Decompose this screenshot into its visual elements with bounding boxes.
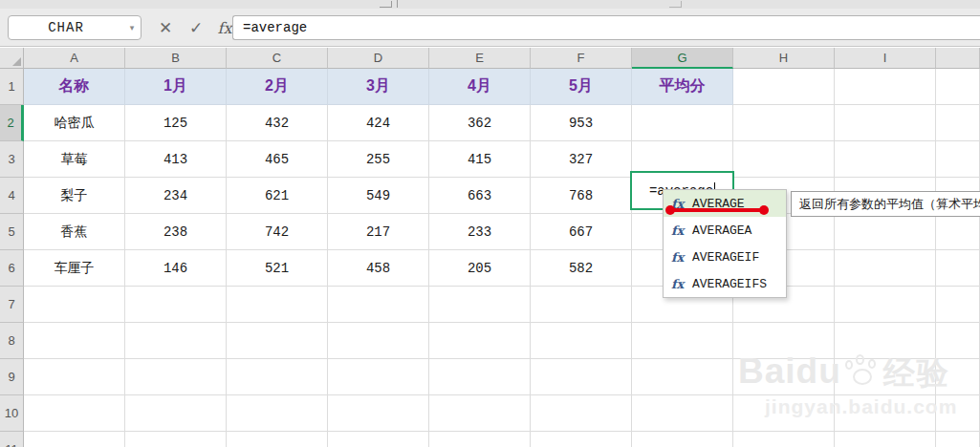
cell-F10[interactable] xyxy=(531,395,632,432)
cell-B2[interactable]: 125 xyxy=(125,105,227,141)
cell-J10[interactable] xyxy=(936,395,980,432)
cell-B1[interactable]: 1月 xyxy=(125,69,227,105)
cell-I9[interactable] xyxy=(835,359,936,395)
cell-E3[interactable]: 415 xyxy=(429,141,531,178)
cell-J3[interactable] xyxy=(936,141,980,178)
cell-E5[interactable]: 233 xyxy=(429,214,531,250)
cell-B8[interactable] xyxy=(125,323,227,359)
cell-J2[interactable] xyxy=(936,105,980,141)
cell-A1[interactable]: 名称 xyxy=(24,69,125,105)
cell-F11[interactable] xyxy=(531,432,632,447)
row-header-4[interactable]: 4 xyxy=(0,178,24,214)
cell-A10[interactable] xyxy=(24,395,125,432)
cell-D5[interactable]: 217 xyxy=(328,214,429,250)
cell-A2[interactable]: 哈密瓜 xyxy=(24,105,125,141)
cell-F4[interactable]: 768 xyxy=(531,178,632,214)
cell-B4[interactable]: 234 xyxy=(125,178,227,214)
row-header-3[interactable]: 3 xyxy=(0,141,24,178)
name-box[interactable]: CHAR ▾ xyxy=(8,15,142,40)
autocomplete-item-averageif[interactable]: fxAVERAGEIF xyxy=(664,244,786,270)
cell-C3[interactable]: 465 xyxy=(227,141,328,178)
cell-C8[interactable] xyxy=(227,323,328,359)
row-header-6[interactable]: 6 xyxy=(0,250,24,287)
cell-H3[interactable] xyxy=(733,141,835,178)
column-header-C[interactable]: C xyxy=(227,48,328,69)
cell-G2[interactable] xyxy=(632,105,733,141)
column-header-B[interactable]: B xyxy=(125,48,227,69)
row-header-7[interactable]: 7 xyxy=(0,287,24,323)
cell-B3[interactable]: 413 xyxy=(125,141,227,178)
cell-C9[interactable] xyxy=(227,359,328,395)
column-header-A[interactable]: A xyxy=(24,48,125,69)
cell-E9[interactable] xyxy=(429,359,531,395)
cell-E11[interactable] xyxy=(429,432,531,447)
cell-E8[interactable] xyxy=(429,323,531,359)
cell-C7[interactable] xyxy=(227,287,328,323)
cell-H2[interactable] xyxy=(733,105,835,141)
autocomplete-item-average[interactable]: fxAVERAGE xyxy=(664,190,786,217)
row-header-8[interactable]: 8 xyxy=(0,323,24,359)
cell-A3[interactable]: 草莓 xyxy=(24,141,125,178)
cell-G11[interactable] xyxy=(632,432,733,447)
cell-D11[interactable] xyxy=(328,432,429,447)
cell-J9[interactable] xyxy=(936,359,980,395)
cell-C5[interactable]: 742 xyxy=(227,214,328,250)
chevron-down-icon[interactable]: ▾ xyxy=(123,23,141,32)
cell-A8[interactable] xyxy=(24,323,125,359)
row-header-5[interactable]: 5 xyxy=(0,214,24,250)
formula-input[interactable]: =average xyxy=(232,15,980,40)
column-header-E[interactable]: E xyxy=(429,48,531,69)
column-header-D[interactable]: D xyxy=(328,48,429,69)
autocomplete-item-averageifs[interactable]: fxAVERAGEIFS xyxy=(664,270,786,297)
column-header-F[interactable]: F xyxy=(531,48,632,69)
cell-J7[interactable] xyxy=(936,287,980,323)
row-header-1[interactable]: 1 xyxy=(0,69,24,105)
cell-F1[interactable]: 5月 xyxy=(531,69,632,105)
cell-J1[interactable] xyxy=(936,69,980,105)
cell-E4[interactable]: 663 xyxy=(429,178,531,214)
cell-F3[interactable]: 327 xyxy=(531,141,632,178)
cell-H8[interactable] xyxy=(733,323,835,359)
cell-A4[interactable]: 梨子 xyxy=(24,178,125,214)
cell-B5[interactable]: 238 xyxy=(125,214,227,250)
cell-E6[interactable]: 205 xyxy=(429,250,531,287)
cell-E10[interactable] xyxy=(429,395,531,432)
cell-C2[interactable]: 432 xyxy=(227,105,328,141)
cancel-icon[interactable]: ✕ xyxy=(153,15,178,40)
cell-D2[interactable]: 424 xyxy=(328,105,429,141)
cell-D9[interactable] xyxy=(328,359,429,395)
cell-F2[interactable]: 953 xyxy=(531,105,632,141)
cell-D8[interactable] xyxy=(328,323,429,359)
autocomplete-item-averagea[interactable]: fxAVERAGEA xyxy=(664,217,786,244)
cell-D3[interactable]: 255 xyxy=(328,141,429,178)
cell-J8[interactable] xyxy=(936,323,980,359)
column-header-H[interactable]: H xyxy=(733,48,835,69)
cell-H11[interactable] xyxy=(733,432,835,447)
cell-B10[interactable] xyxy=(125,395,227,432)
cell-I11[interactable] xyxy=(835,432,936,447)
cell-C10[interactable] xyxy=(227,395,328,432)
cell-D6[interactable]: 458 xyxy=(328,250,429,287)
confirm-icon[interactable]: ✓ xyxy=(184,15,208,40)
cell-I7[interactable] xyxy=(835,287,936,323)
cell-D7[interactable] xyxy=(328,287,429,323)
cell-F7[interactable] xyxy=(531,287,632,323)
cell-I1[interactable] xyxy=(835,69,936,105)
cell-E1[interactable]: 4月 xyxy=(429,69,531,105)
cell-C1[interactable]: 2月 xyxy=(227,69,328,105)
row-header-9[interactable]: 9 xyxy=(0,359,24,395)
row-header-11[interactable]: 11 xyxy=(0,432,24,447)
row-header-2[interactable]: 2 xyxy=(0,105,24,141)
column-header-partial[interactable] xyxy=(936,48,980,69)
select-all-corner[interactable] xyxy=(0,48,24,69)
cell-E2[interactable]: 362 xyxy=(429,105,531,141)
cell-D1[interactable]: 3月 xyxy=(328,69,429,105)
cell-I5[interactable] xyxy=(835,214,936,250)
cell-G10[interactable] xyxy=(632,395,733,432)
cell-I8[interactable] xyxy=(835,323,936,359)
cell-J11[interactable] xyxy=(936,432,980,447)
cell-I3[interactable] xyxy=(835,141,936,178)
cell-B7[interactable] xyxy=(125,287,227,323)
cell-D10[interactable] xyxy=(328,395,429,432)
cell-B6[interactable]: 146 xyxy=(125,250,227,287)
